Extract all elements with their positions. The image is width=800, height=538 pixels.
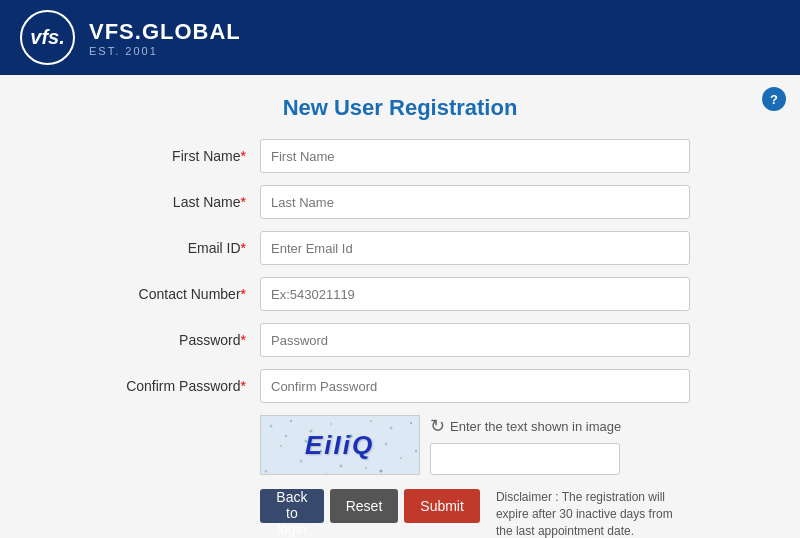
svg-point-13 (380, 470, 383, 473)
page-title: New User Registration (110, 95, 690, 121)
brand-name: VFS.GLOBAL (89, 19, 241, 45)
captcha-label: ↻ Enter the text shown in image (430, 415, 621, 437)
submit-button[interactable]: Submit (404, 489, 480, 523)
svg-point-22 (415, 450, 417, 452)
help-icon[interactable]: ? (762, 87, 786, 111)
form-row-confirm-password: Confirm Password* (110, 369, 690, 403)
captcha-input[interactable] (430, 443, 620, 475)
logo-icon: vfs. (30, 26, 64, 49)
svg-point-8 (280, 445, 282, 447)
disclaimer-text: Disclaimer : The registration will expir… (496, 489, 690, 538)
svg-point-14 (400, 457, 402, 459)
back-to-login-button[interactable]: Back to login (260, 489, 324, 523)
required-marker: * (241, 286, 246, 302)
form-row-last-name: Last Name* (110, 185, 690, 219)
input-contact[interactable] (260, 277, 690, 311)
form-row-password: Password* (110, 323, 690, 357)
form-container: New User Registration First Name*Last Na… (110, 95, 690, 538)
required-marker: * (241, 194, 246, 210)
svg-point-11 (340, 465, 343, 468)
label-password: Password* (110, 332, 260, 348)
label-last-name: Last Name* (110, 194, 260, 210)
label-contact: Contact Number* (110, 286, 260, 302)
captcha-image: EiIiQ (260, 415, 420, 475)
svg-point-0 (270, 425, 273, 428)
svg-point-1 (290, 420, 292, 422)
reset-button[interactable]: Reset (330, 489, 399, 523)
svg-point-15 (265, 470, 268, 473)
registration-form: First Name*Last Name*Email ID*Contact Nu… (110, 139, 690, 403)
svg-point-6 (390, 427, 393, 430)
label-confirm-password: Confirm Password* (110, 378, 260, 394)
captcha-enter-label: Enter the text shown in image (450, 419, 621, 434)
svg-point-21 (385, 443, 388, 446)
main-content: ? New User Registration First Name*Last … (0, 75, 800, 538)
form-row-email: Email ID* (110, 231, 690, 265)
input-last-name[interactable] (260, 185, 690, 219)
required-marker: * (241, 378, 246, 394)
svg-point-3 (330, 423, 332, 425)
svg-point-18 (325, 473, 327, 474)
input-confirm-password[interactable] (260, 369, 690, 403)
captcha-right: ↻ Enter the text shown in image (430, 415, 621, 475)
label-email: Email ID* (110, 240, 260, 256)
svg-point-5 (370, 420, 372, 422)
label-first-name: First Name* (110, 148, 260, 164)
svg-point-20 (365, 467, 367, 469)
brand-sub: EST. 2001 (89, 45, 241, 57)
svg-point-7 (410, 422, 412, 424)
captcha-row: EiIiQ ↻ Enter the text shown in image (260, 415, 690, 475)
required-marker: * (241, 240, 246, 256)
input-password[interactable] (260, 323, 690, 357)
form-row-first-name: First Name* (110, 139, 690, 173)
brand-text: VFS.GLOBAL EST. 2001 (89, 19, 241, 57)
required-marker: * (241, 148, 246, 164)
svg-point-9 (300, 460, 303, 463)
input-first-name[interactable] (260, 139, 690, 173)
form-row-contact: Contact Number* (110, 277, 690, 311)
svg-point-16 (285, 435, 287, 437)
captcha-text: EiIiQ (305, 430, 375, 461)
required-marker: * (241, 332, 246, 348)
refresh-icon[interactable]: ↻ (430, 415, 445, 437)
header: vfs. VFS.GLOBAL EST. 2001 (0, 0, 800, 75)
buttons-row: Back to login Reset Submit Disclaimer : … (260, 489, 690, 538)
logo-circle: vfs. (20, 10, 75, 65)
input-email[interactable] (260, 231, 690, 265)
